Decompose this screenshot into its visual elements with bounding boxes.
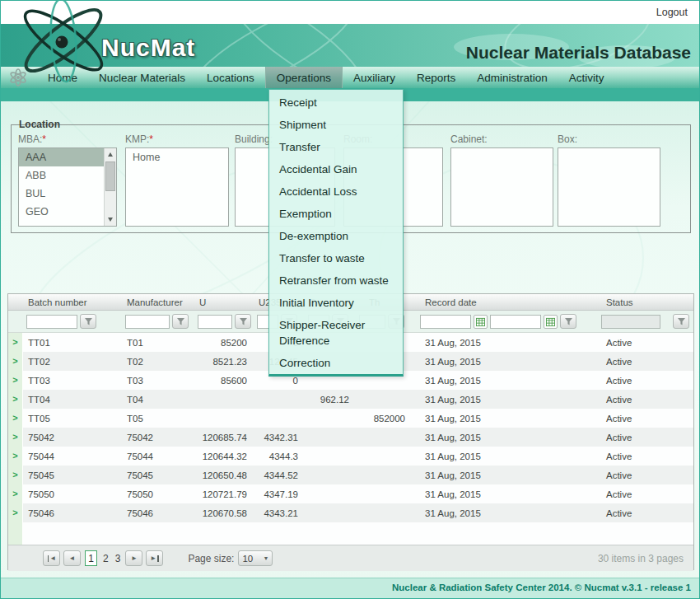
mba-option[interactable]: BUL <box>19 185 116 203</box>
nav-item-locations[interactable]: Locations <box>196 67 265 88</box>
table-row[interactable]: > 75050 75050 120721.79 4347.19 31 Aug, … <box>8 484 693 503</box>
u-filter-funnel-icon[interactable] <box>235 314 251 329</box>
scrollbar-thumb[interactable] <box>105 161 115 191</box>
page-size-label: Page size: <box>188 553 234 564</box>
row-expander[interactable]: > <box>8 466 23 484</box>
cabinet-listbox[interactable] <box>450 147 553 227</box>
row-expander[interactable]: > <box>8 371 23 390</box>
menu-item-accidental-loss[interactable]: Accidental Loss <box>269 180 403 203</box>
last-page-button[interactable]: ► <box>146 550 163 566</box>
menu-item-shipper-receiver-difference[interactable]: Shipper-Receiver Difference <box>269 314 403 352</box>
status-filter-input[interactable] <box>601 315 660 329</box>
record-date-filter-funnel-icon[interactable] <box>560 314 576 329</box>
kmp-listbox[interactable]: Home <box>125 147 229 227</box>
header-status[interactable]: Status <box>589 297 693 307</box>
nav-item-auxiliary[interactable]: Auxiliary <box>343 67 406 88</box>
page-2-link[interactable]: 2 <box>100 553 112 564</box>
menu-item-shipment[interactable]: Shipment <box>269 114 403 136</box>
table-row[interactable]: > 75044 75044 120644.32 4344.3 31 Aug, 2… <box>8 447 693 466</box>
status-filter-funnel-icon[interactable] <box>673 314 689 329</box>
nav-item-reports[interactable]: Reports <box>406 67 466 88</box>
menu-item-initial-inventory[interactable]: Initial Inventory <box>269 292 403 314</box>
header-batch-number[interactable]: Batch number <box>23 297 122 307</box>
cell-batch: TT01 <box>23 338 122 348</box>
next-page-button[interactable]: ► <box>125 550 142 566</box>
row-expander[interactable]: > <box>8 447 23 466</box>
manufacturer-filter-funnel-icon[interactable] <box>172 314 189 329</box>
table-row[interactable]: > TT04 T04 962.12 31 Aug, 2015 Active <box>8 390 693 409</box>
record-date-to-input[interactable] <box>490 315 541 329</box>
nav-item-administration[interactable]: Administration <box>466 67 558 88</box>
kmp-option[interactable]: Home <box>126 148 228 166</box>
expand-chevron-icon: > <box>12 338 17 347</box>
previous-page-button[interactable]: ◄ <box>63 550 81 566</box>
nav-item-operations[interactable]: Operations <box>265 67 343 88</box>
row-expander[interactable]: > <box>8 390 23 409</box>
cell-u: 120650.48 <box>194 470 254 480</box>
menu-item-exemption[interactable]: Exemption <box>269 203 403 225</box>
menu-item-transfer-to-waste[interactable]: Transfer to waste <box>269 247 403 269</box>
expand-chevron-icon: > <box>12 489 17 498</box>
u-filter-cell <box>194 314 254 329</box>
calendar-from-icon[interactable] <box>474 315 488 329</box>
app-title: Nuclear Materials Database <box>466 43 691 63</box>
table-row[interactable]: > 75042 75042 120685.74 4342.31 31 Aug, … <box>8 428 693 447</box>
cell-batch: 75046 <box>23 508 122 518</box>
mba-option[interactable]: GEO <box>19 203 116 221</box>
mba-option-selected[interactable]: AAA <box>19 148 105 166</box>
record-date-from-input[interactable] <box>420 315 471 329</box>
row-expander[interactable]: > <box>8 352 23 371</box>
cell-u235: 4343.21 <box>254 508 305 518</box>
menu-item-receipt[interactable]: Receipt <box>269 91 403 114</box>
current-page-indicator[interactable]: 1 <box>85 550 97 566</box>
page-size-select[interactable]: 10▼ <box>238 550 273 566</box>
last-page-icon <box>157 555 159 562</box>
cell-u: 120670.58 <box>194 508 254 518</box>
menu-item-correction[interactable]: Correction <box>269 352 403 374</box>
first-page-button[interactable]: ◄ <box>43 550 60 566</box>
cell-record-date: 31 Aug, 2015 <box>412 376 589 386</box>
cell-record-date: 31 Aug, 2015 <box>412 508 589 518</box>
table-row[interactable]: > 75046 75046 120670.58 4343.21 31 Aug, … <box>8 503 693 522</box>
expand-chevron-icon: > <box>12 508 17 517</box>
cell-manufacturer: T02 <box>122 357 194 367</box>
scroll-up-icon[interactable] <box>105 148 116 161</box>
row-expander[interactable]: > <box>8 503 23 522</box>
previous-page-icon: ◄ <box>69 555 76 562</box>
calendar-to-icon[interactable] <box>544 315 558 329</box>
mba-listbox[interactable]: AAA ABB BUL GEO KAZ <box>18 147 117 227</box>
batch-filter-input[interactable] <box>26 315 77 329</box>
footer-text: Nuclear & Radiation Safety Center 2014. … <box>392 583 691 592</box>
row-expander[interactable]: > <box>8 428 23 447</box>
scroll-down-icon[interactable] <box>105 213 116 226</box>
operations-dropdown-menu: Receipt Shipment Transfer Accidental Gai… <box>268 89 404 377</box>
box-listbox[interactable] <box>558 147 660 227</box>
row-expander[interactable]: > <box>8 409 23 428</box>
menu-item-de-exemption[interactable]: De-exemption <box>269 225 403 247</box>
row-expander[interactable]: > <box>8 333 23 352</box>
expand-chevron-icon: > <box>12 470 17 480</box>
logout-link[interactable]: Logout <box>656 7 688 18</box>
table-row[interactable]: > 75045 75045 120650.48 4344.52 31 Aug, … <box>8 466 693 484</box>
table-row[interactable]: > TT05 T05 852000 31 Aug, 2015 Active <box>8 409 693 428</box>
u-filter-input[interactable] <box>198 315 232 329</box>
header-manufacturer[interactable]: Manufacturer <box>122 297 194 307</box>
first-page-icon <box>48 555 49 562</box>
menu-item-retransfer-from-waste[interactable]: Retransfer from waste <box>269 269 403 292</box>
mba-scrollbar[interactable] <box>104 148 116 226</box>
mba-option[interactable]: ABB <box>19 166 116 185</box>
cell-record-date: 31 Aug, 2015 <box>412 357 589 367</box>
cell-u235: 4342.31 <box>254 433 305 442</box>
menu-item-accidental-gain[interactable]: Accidental Gain <box>269 158 403 180</box>
batch-filter-funnel-icon[interactable] <box>80 314 96 329</box>
manufacturer-filter-cell <box>122 314 194 329</box>
header-u[interactable]: U <box>194 297 254 307</box>
page-3-link[interactable]: 3 <box>112 553 124 564</box>
manufacturer-filter-input[interactable] <box>125 315 170 329</box>
mba-option[interactable]: KAZ <box>19 221 116 227</box>
header-record-date[interactable]: Record date <box>412 297 589 307</box>
menu-item-transfer[interactable]: Transfer <box>269 136 403 158</box>
cell-batch: 75045 <box>23 470 122 480</box>
nav-item-activity[interactable]: Activity <box>558 67 615 88</box>
row-expander[interactable]: > <box>8 484 23 503</box>
